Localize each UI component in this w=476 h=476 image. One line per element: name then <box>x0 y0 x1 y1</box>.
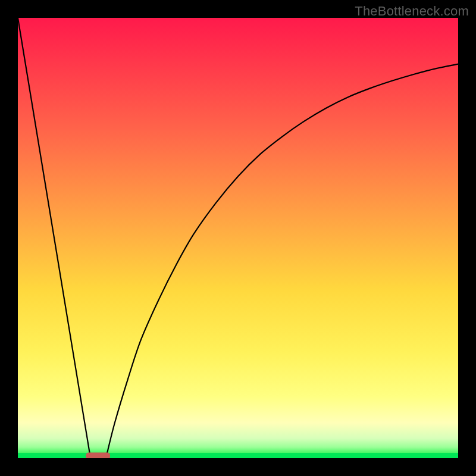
chart-frame: TheBottleneck.com <box>0 0 476 476</box>
chart-svg <box>18 18 458 458</box>
gradient-background <box>18 18 458 458</box>
watermark-text: TheBottleneck.com <box>355 4 469 19</box>
plot-area <box>18 18 458 458</box>
green-band <box>18 453 458 458</box>
optimal-marker <box>86 452 110 458</box>
